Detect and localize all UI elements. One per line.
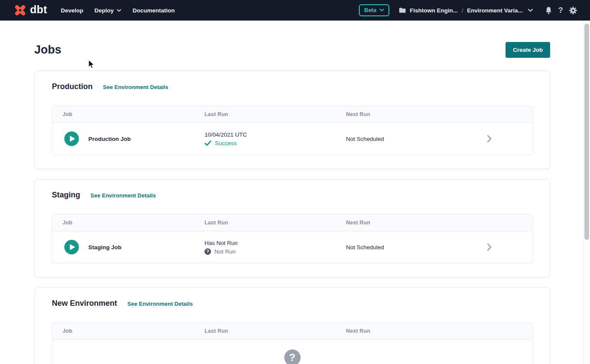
column-header-last-run: Last Run [205,111,346,117]
column-header-job: Job [52,111,205,117]
see-environment-details-link[interactable]: See Environment Details [90,192,156,199]
chevron-down-icon [117,9,121,12]
help-icon[interactable]: ? [558,6,563,14]
environment-name: New Environment [52,299,117,308]
nav-item-deploy[interactable]: Deploy [94,7,121,14]
see-environment-details-link[interactable]: See Environment Details [127,301,193,307]
top-navbar: dbt Develop Deploy Documentation Beta [0,0,590,21]
last-run-date: Has Not Run [205,240,346,246]
breadcrumb-page[interactable]: Environment Varia... [467,7,523,14]
scrollbar-thumb[interactable] [584,24,589,240]
beta-dropdown[interactable]: Beta [359,4,389,16]
jobs-table: Job Last Run Next Run Staging Job [52,214,533,263]
breadcrumb[interactable]: Fishtown Engin... / Environment Varia... [399,7,533,14]
nav-label-develop: Develop [61,7,84,14]
folder-icon [399,7,406,13]
nav-item-develop[interactable]: Develop [61,7,84,14]
nav-item-documentation[interactable]: Documentation [132,7,175,14]
beta-label: Beta [364,7,376,13]
chevron-down-icon[interactable] [528,9,533,12]
empty-jobs-state: ? [52,340,532,364]
column-header-last-run: Last Run [205,220,346,226]
jobs-table-header: Job Last Run Next Run [52,106,532,123]
gear-icon[interactable] [569,6,577,15]
notifications-bell-icon[interactable] [545,6,552,15]
jobs-table-header: Job Last Run Next Run [52,323,532,340]
see-environment-details-link[interactable]: See Environment Details [103,84,168,90]
job-name[interactable]: Staging Job [88,244,121,251]
job-row-production[interactable]: Production Job 10/04/2021 UTC Success No… [52,123,532,155]
column-header-job: Job [52,328,205,334]
environment-card-staging: Staging See Environment Details Job Last… [34,179,550,277]
environment-card-header: Production See Environment Details [52,82,533,91]
jobs-table-header: Job Last Run Next Run [52,215,532,231]
last-run-cell: 10/04/2021 UTC Success [205,131,346,146]
main-nav: Develop Deploy Documentation [61,7,175,14]
job-cell: Staging Job [52,240,205,254]
environment-card-header: New Environment See Environment Details [52,299,533,308]
environment-name: Production [52,82,93,91]
page-header-row: Jobs Create Job [34,42,550,58]
row-chevron[interactable] [446,243,532,251]
jobs-table: Job Last Run Next Run Production Job [52,106,533,155]
chevron-down-icon [379,9,384,12]
column-header-last-run: Last Run [205,328,346,334]
question-circle-icon: ? [284,349,301,364]
vertical-scrollbar[interactable] [583,21,590,364]
environment-card-production: Production See Environment Details Job L… [34,71,550,169]
breadcrumb-project[interactable]: Fishtown Engin... [410,7,458,14]
column-header-job: Job [52,220,205,226]
job-name[interactable]: Production Job [88,136,131,142]
job-row-staging[interactable]: Staging Job Has Not Run ? Not Run Not Sc… [52,231,532,263]
question-circle-icon: ? [205,248,211,255]
navbar-right: Beta Fishtown Engin... / Environment Var… [359,4,578,16]
job-cell: Production Job [52,131,205,146]
nav-label-documentation: Documentation [132,7,175,14]
environment-card-new-environment: New Environment See Environment Details … [34,287,550,364]
last-run-cell: Has Not Run ? Not Run [205,240,346,255]
last-run-status: ? Not Run [205,248,346,255]
chevron-right-icon [487,243,492,251]
dbt-logo-text: dbt [30,4,47,17]
row-chevron[interactable] [446,135,532,143]
next-run-cell: Not Scheduled [346,244,446,251]
column-header-next-run: Next Run [346,328,446,334]
dbt-logo-icon [13,3,27,18]
run-job-play-button[interactable] [64,240,79,254]
column-header-next-run: Next Run [346,220,446,226]
app-window: dbt Develop Deploy Documentation Beta [0,0,590,364]
page-title: Jobs [34,42,61,57]
status-label: Success [215,140,237,146]
run-job-play-button[interactable] [64,131,79,146]
create-job-button[interactable]: Create Job [506,42,550,58]
next-run-cell: Not Scheduled [346,136,446,142]
last-run-date: 10/04/2021 UTC [205,131,346,138]
column-header-next-run: Next Run [346,111,446,117]
nav-label-deploy: Deploy [94,7,114,14]
main-content: Jobs Create Job Production See Environme… [0,21,583,364]
chevron-right-icon [487,135,492,143]
jobs-table: Job Last Run Next Run ? [52,322,533,364]
status-label: Not Run [214,248,236,255]
environment-card-header: Staging See Environment Details [52,191,533,200]
environment-name: Staging [52,191,80,200]
navbar-icons: ? [545,6,577,15]
last-run-status: Success [205,140,346,146]
breadcrumb-separator: / [461,7,463,14]
dbt-logo[interactable]: dbt [13,3,47,18]
check-icon [205,140,211,146]
